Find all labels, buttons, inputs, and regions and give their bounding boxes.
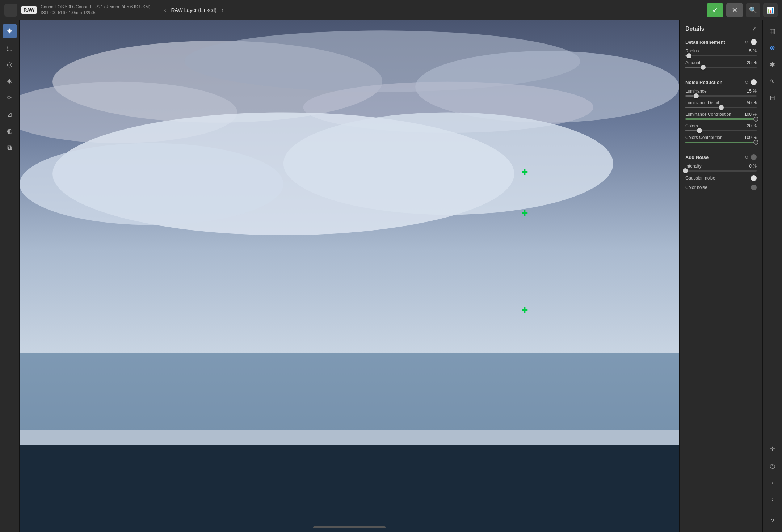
nav-prev-button[interactable]: ‹ [161, 5, 169, 15]
luminance-label: Luminance [685, 89, 707, 94]
noise-reduction-title: Noise Reduction [685, 80, 723, 85]
crop-tool-button[interactable]: ⬚ [3, 41, 17, 55]
colors-slider[interactable] [685, 130, 757, 131]
layer-nav: ‹ RAW Layer (Linked) › [161, 5, 226, 15]
zoom-button[interactable]: 🔍 [746, 3, 760, 17]
section-header-addnoise: Add Noise ↺ [685, 154, 757, 160]
intensity-thumb[interactable] [683, 168, 688, 173]
intensity-value: 0 % [749, 164, 757, 169]
luminance-detail-label: Luminance Detail [685, 100, 719, 105]
addnoise-reset-icon[interactable]: ↺ [745, 155, 749, 160]
detail-reset-icon[interactable]: ↺ [745, 39, 749, 45]
details-panel: Details ⤢ Detail Refinement ↺ Radius 5 % [679, 20, 762, 532]
luminance-detail-fill [685, 107, 721, 108]
layer-label: RAW Layer (Linked) [171, 7, 216, 13]
amount-slider[interactable] [685, 67, 757, 68]
luminance-contribution-slider-row: Luminance Contribution 100 % [685, 112, 757, 120]
intensity-label: Intensity [685, 164, 702, 169]
detail-refinement-section: Detail Refinement ↺ Radius 5 % [680, 36, 762, 76]
luminance-detail-thumb[interactable] [719, 105, 724, 110]
colors-contribution-slider[interactable] [685, 142, 757, 143]
luminance-thumb[interactable] [694, 93, 699, 98]
color-noise-toggle[interactable] [751, 185, 757, 190]
colors-label: Colors [685, 123, 698, 128]
luminance-detail-value: 50 % [747, 100, 757, 105]
clock-sidebar-icon[interactable]: ◷ [765, 459, 780, 473]
panel-expand-icon[interactable]: ⤢ [752, 25, 757, 32]
cancel-icon: ✕ [732, 6, 738, 14]
add-noise-toggle[interactable] [751, 154, 757, 160]
color-noise-label: Color noise [685, 185, 707, 190]
nav-next-button[interactable]: › [219, 5, 226, 15]
histogram-sidebar-icon[interactable]: ▦ [765, 24, 780, 38]
gaussian-noise-label: Gaussian noise [685, 176, 715, 181]
color-noise-row: Color noise [685, 185, 757, 190]
luminance-contribution-slider[interactable] [685, 118, 757, 120]
confirm-button[interactable]: ✓ [707, 3, 723, 17]
radius-value: 5 % [749, 48, 757, 54]
luminance-contribution-thumb[interactable] [753, 117, 758, 122]
chevron-right-sidebar-icon[interactable]: › [765, 492, 780, 506]
intensity-slider-row: Intensity 0 % [685, 164, 757, 172]
ai-sidebar-icon[interactable]: ✱ [765, 57, 780, 72]
detail-refinement-toggle[interactable] [751, 39, 757, 45]
levels-sidebar-icon[interactable]: ⊛ [765, 41, 780, 55]
top-bar: ··· RAW Canon EOS 50D (Canon EF-S 17-85m… [0, 0, 782, 20]
luminance-slider-row: Luminance 15 % [685, 89, 757, 97]
intensity-slider[interactable] [685, 170, 757, 172]
colors-contribution-thumb[interactable] [753, 140, 758, 145]
camera-info: Canon EOS 50D (Canon EF-S 17-85mm f/4-5.… [41, 4, 150, 16]
crosshair-marker-1: ✚ [521, 169, 528, 176]
luminance-contribution-value: 100 % [744, 112, 757, 117]
luminance-slider[interactable] [685, 95, 757, 97]
mountain-svg [20, 20, 679, 532]
section-header-noise: Noise Reduction ↺ [685, 79, 757, 85]
crosshair-marker-3: ✚ [521, 307, 528, 314]
move-tool-button[interactable]: ✥ [3, 24, 17, 38]
menu-button[interactable]: ··· [4, 4, 17, 17]
main-content: ✥ ⬚ ◎ ◈ ✏ ⊿ ◐ ⧉ [0, 20, 782, 532]
heal-tool-button[interactable]: ◈ [3, 74, 17, 88]
histogram-button[interactable]: 📊 [763, 3, 778, 17]
add-noise-section: Add Noise ↺ Intensity 0 % Gauss [680, 151, 762, 196]
compass-sidebar-icon[interactable]: ✛ [765, 442, 780, 456]
top-bar-actions: ✓ ✕ 🔍 📊 [707, 3, 778, 17]
radius-slider[interactable] [685, 55, 757, 56]
colors-thumb[interactable] [697, 128, 702, 133]
histogram-icon: 📊 [766, 6, 774, 14]
colors-contribution-label: Colors Contribution [685, 135, 723, 140]
luminance-contribution-label: Luminance Contribution [685, 112, 731, 117]
help-sidebar-icon[interactable]: ? [765, 514, 780, 528]
canvas-area[interactable]: ✚ ✚ ✚ [20, 20, 679, 532]
cancel-button[interactable]: ✕ [726, 3, 743, 17]
canvas-scrollbar[interactable] [313, 526, 386, 528]
eyedropper-tool-button[interactable]: ⊿ [3, 107, 17, 122]
curves-sidebar-icon[interactable]: ∿ [765, 74, 780, 88]
noise-reduction-section: Noise Reduction ↺ Luminance 15 % [680, 76, 762, 151]
clone-tool-button[interactable]: ◎ [3, 57, 17, 72]
gaussian-noise-toggle[interactable] [751, 175, 757, 181]
section-header-detail: Detail Refinement ↺ [685, 39, 757, 45]
noise-reduction-toggle[interactable] [751, 79, 757, 85]
right-icons-sidebar: ▦ ⊛ ✱ ∿ ⊟ ✛ ◷ ‹ › ? [762, 20, 782, 532]
amount-slider-row: Amount 25 % [685, 60, 757, 68]
radius-label: Radius [685, 48, 699, 54]
transform-tool-button[interactable]: ⧉ [3, 140, 17, 155]
crosshair-marker-2: ✚ [521, 210, 528, 217]
colors-contribution-value: 100 % [744, 135, 757, 140]
chevron-left-sidebar-icon[interactable]: ‹ [765, 475, 780, 490]
brush-tool-button[interactable]: ✏ [3, 90, 17, 105]
panel-title: Details [685, 26, 704, 32]
colors-value: 20 % [747, 123, 757, 128]
add-noise-title: Add Noise [685, 155, 709, 160]
radius-thumb[interactable] [686, 53, 691, 58]
luminance-contribution-fill [685, 118, 757, 120]
colors-contribution-slider-row: Colors Contribution 100 % [685, 135, 757, 143]
gaussian-noise-row: Gaussian noise [685, 175, 757, 181]
noise-reset-icon[interactable]: ↺ [745, 80, 749, 85]
layers-sidebar-icon[interactable]: ⊟ [765, 90, 780, 105]
amount-thumb[interactable] [701, 65, 706, 70]
dodge-tool-button[interactable]: ◐ [3, 124, 17, 138]
left-toolbar: ✥ ⬚ ◎ ◈ ✏ ⊿ ◐ ⧉ [0, 20, 20, 532]
luminance-detail-slider[interactable] [685, 107, 757, 108]
